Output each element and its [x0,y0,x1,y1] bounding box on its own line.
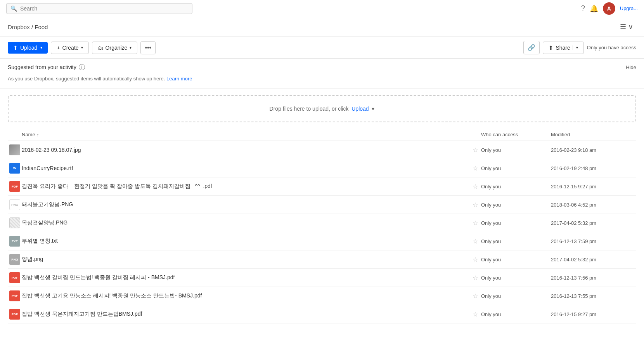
star-button[interactable]: ☆ [469,165,481,172]
file-access: Only you [481,275,551,281]
file-access: Only you [481,311,551,317]
file-modified: 2017-04-02 5:32 pm [551,220,636,226]
share-label: Share [556,45,570,51]
table-row[interactable]: W IndianCurryRecipe.rtf ☆ Only you 2016-… [8,159,636,177]
header-right-icons: ☰ ∨ [617,21,636,33]
toolbar-left: ⬆ Upload ▾ + Create ▾ 🗂 Organize ▾ ••• [8,41,156,54]
breadcrumb-current: Food [35,24,48,30]
file-access: Only you [481,165,551,171]
create-chevron-icon: ▾ [81,45,83,50]
file-name: 집밥 백선생 갈비찜 만드는법! 백종원 갈비찜 레시피 - BMSJ.pdf [22,274,469,281]
table-row[interactable]: PNG 양념.png ☆ Only you 2017-04-02 5:32 pm [8,250,636,269]
file-icon-wrap: PDF [8,309,22,320]
share-button[interactable]: ⬆ Share ▾ [543,42,583,54]
table-row[interactable]: TXT 부위별 명칭.txt ☆ Only you 2016-12-13 7:5… [8,232,636,250]
star-button[interactable]: ☆ [469,274,481,282]
table-row[interactable]: 목삼겹살양념.PNG ☆ Only you 2017-04-02 5:32 pm [8,214,636,232]
more-button[interactable]: ••• [140,41,156,54]
suggested-title: Suggested from your activity i [8,64,85,70]
create-button[interactable]: + Create ▾ [51,42,88,54]
table-row[interactable]: PDF 집밥 백선생 묵은지돼지고기찜 만드는법BMSJ.pdf ☆ Only … [8,305,636,323]
file-icon-wrap: PNG [8,254,22,265]
file-icon-wrap: PDF [8,181,22,192]
txt-file-icon: TXT [9,236,20,247]
table-row[interactable]: 2016-02-23 09.18.07.jpg ☆ Only you 2016-… [8,141,636,159]
suggested-body: As you use Dropbox, suggested items will… [8,73,636,86]
organize-button[interactable]: 🗂 Organize ▾ [92,42,138,54]
file-icon-wrap [8,217,22,228]
top-bar-right: ? 🔔 A Upgra... [581,2,638,15]
file-modified: 2016-02-23 9:18 am [551,147,636,153]
breadcrumb-separator: / [31,24,35,30]
file-list-header: Name ↑ Who can access Modified [8,129,636,141]
file-name: 김진욱 요리가 좋다 _ 환절기 입맛을 확 잡아줄 밥도둑 김치돼지갈비찜 _… [22,183,469,190]
file-thumbnail-icon [9,144,20,155]
file-modified: 2016-12-13 7:59 pm [551,238,636,244]
share-icon: ⬆ [549,45,553,51]
toolbar-right: 🔗 ⬆ Share ▾ Only you have access [523,41,636,54]
table-row[interactable]: PDF 집밥 백선생 고기용 만능소스 레시피! 백종원 만능소스 만드는법- … [8,287,636,305]
star-button[interactable]: ☆ [469,146,481,154]
pdf-file-icon: PDF [9,309,20,320]
main-header: Dropbox / Food ☰ ∨ [0,17,644,37]
suggested-header: Suggested from your activity i Hide [8,64,636,70]
file-name: 집밥 백선생 묵은지돼지고기찜 만드는법BMSJ.pdf [22,311,469,318]
share-chevron-icon[interactable]: ▾ [573,45,578,50]
png-small-file-icon: PNG [9,254,20,265]
drop-zone-upload-link[interactable]: Upload [351,106,369,112]
hide-button[interactable]: Hide [626,64,636,70]
star-button[interactable]: ☆ [469,238,481,245]
file-name: 집밥 백선생 고기용 만능소스 레시피! 백종원 만능소스 만드는법- BMSJ… [22,292,469,299]
star-button[interactable]: ☆ [469,219,481,227]
star-button[interactable]: ☆ [469,201,481,209]
png-striped-file-icon [9,217,20,228]
star-button[interactable]: ☆ [469,292,481,300]
file-list: Name ↑ Who can access Modified 2016-02-2… [0,129,644,323]
learn-more-link[interactable]: Learn more [166,76,192,82]
file-name: 목삼겹살양념.PNG [22,219,469,226]
upload-icon: ⬆ [13,45,18,51]
search-icon: 🔍 [10,5,17,12]
top-bar: 🔍 ? 🔔 A Upgra... [0,0,644,17]
file-name: 2016-02-23 09.18.07.jpg [22,147,469,153]
breadcrumb-root[interactable]: Dropbox [8,24,30,30]
star-button[interactable]: ☆ [469,311,481,318]
suggested-section: Suggested from your activity i Hide As y… [0,59,644,89]
file-icon-wrap: W [8,163,22,174]
avatar[interactable]: A [603,2,615,15]
breadcrumb: Dropbox / Food [8,24,48,30]
file-icon-wrap: TXT [8,236,22,247]
suggested-body-text: As you use Dropbox, suggested items will… [8,76,165,82]
link-button[interactable]: 🔗 [523,41,540,54]
table-row[interactable]: PDF 집밥 백선생 갈비찜 만드는법! 백종원 갈비찜 레시피 - BMSJ.… [8,269,636,287]
search-container[interactable]: 🔍 [6,3,192,14]
column-name-header[interactable]: Name ↑ [22,132,469,137]
bell-icon[interactable]: 🔔 [590,4,598,13]
star-button[interactable]: ☆ [469,256,481,263]
file-icon-wrap: PNG [8,199,22,210]
toolbar: ⬆ Upload ▾ + Create ▾ 🗂 Organize ▾ ••• 🔗… [0,37,644,59]
file-icon-wrap [8,144,22,155]
help-icon[interactable]: ? [581,4,585,12]
info-icon[interactable]: i [79,64,85,70]
organize-icon: 🗂 [98,45,103,51]
view-toggle-icon[interactable]: ☰ ∨ [617,21,636,33]
file-modified: 2017-04-02 5:32 pm [551,257,636,263]
file-access: Only you [481,184,551,189]
upload-chevron-icon: ▾ [40,45,42,50]
star-button[interactable]: ☆ [469,183,481,190]
upgrade-link[interactable]: Upgra... [620,5,638,11]
file-access: Only you [481,220,551,226]
upload-button[interactable]: ⬆ Upload ▾ [8,42,48,54]
file-modified: 2016-02-19 2:48 pm [551,165,636,171]
file-modified: 2016-12-15 9:27 pm [551,184,636,189]
file-name: 돼지불고기양념.PNG [22,201,469,208]
create-label: Create [62,45,79,51]
upload-label: Upload [20,45,37,51]
drop-zone[interactable]: Drop files here to upload, or click Uplo… [8,95,636,122]
table-row[interactable]: PNG 돼지불고기양념.PNG ☆ Only you 2018-03-06 4:… [8,196,636,214]
search-input[interactable] [20,5,188,12]
file-rows-container: 2016-02-23 09.18.07.jpg ☆ Only you 2016-… [8,141,636,323]
file-icon-wrap: PDF [8,272,22,283]
table-row[interactable]: PDF 김진욱 요리가 좋다 _ 환절기 입맛을 확 잡아줄 밥도둑 김치돼지갈… [8,177,636,196]
